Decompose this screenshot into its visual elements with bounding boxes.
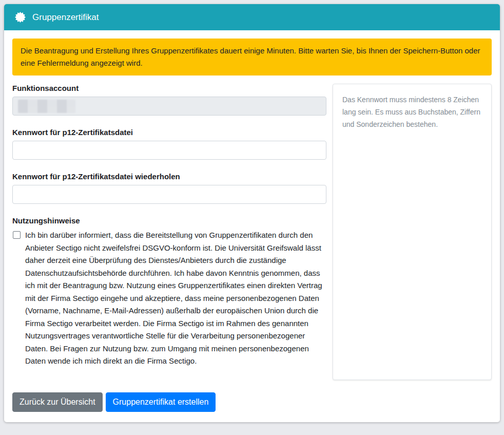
password-group: Kennwort für p12-Zertifikatsdatei (12, 128, 326, 160)
form-column: Funktionsaccount Kennwort für p12-Zertif… (12, 84, 326, 412)
funktionsaccount-label: Funktionsaccount (12, 84, 326, 92)
usage-notes-label: Nutzungshinweise (12, 216, 326, 225)
password-input[interactable] (12, 141, 326, 160)
wait-alert: Die Beantragung und Erstellung Ihres Gru… (12, 39, 492, 75)
funktionsaccount-field (12, 97, 326, 116)
password-hint-panel: Das Kennwort muss mindestens 8 Zeichen l… (333, 84, 492, 380)
certificate-seal-icon (14, 11, 26, 23)
usage-notes-group: Nutzungshinweise Ich bin darüber informi… (12, 216, 326, 368)
password-repeat-group: Kennwort für p12-Zertifikatsdatei wieder… (12, 172, 326, 204)
card-header: Gruppenzertifikat (4, 4, 500, 30)
create-certificate-button[interactable]: Gruppenzertifikat erstellen (106, 392, 216, 412)
back-button[interactable]: Zurück zur Übersicht (12, 392, 103, 412)
redacted-account-value (18, 100, 75, 113)
usage-notes-checkbox[interactable] (13, 231, 21, 239)
card-body: Die Beantragung und Erstellung Ihres Gru… (4, 30, 500, 422)
password-label: Kennwort für p12-Zertifikatsdatei (12, 128, 326, 137)
hint-column: Das Kennwort muss mindestens 8 Zeichen l… (333, 84, 492, 380)
password-repeat-label: Kennwort für p12-Zertifikatsdatei wieder… (12, 172, 326, 181)
funktionsaccount-group: Funktionsaccount (12, 84, 326, 116)
page-title: Gruppenzertifikat (32, 12, 99, 23)
gruppenzertifikat-card: Gruppenzertifikat Die Beantragung und Er… (4, 4, 500, 422)
password-repeat-input[interactable] (12, 185, 326, 204)
button-row: Zurück zur Übersicht Gruppenzertifikat e… (12, 392, 326, 412)
usage-notes-text: Ich bin darüber informiert, dass die Ber… (25, 229, 326, 368)
